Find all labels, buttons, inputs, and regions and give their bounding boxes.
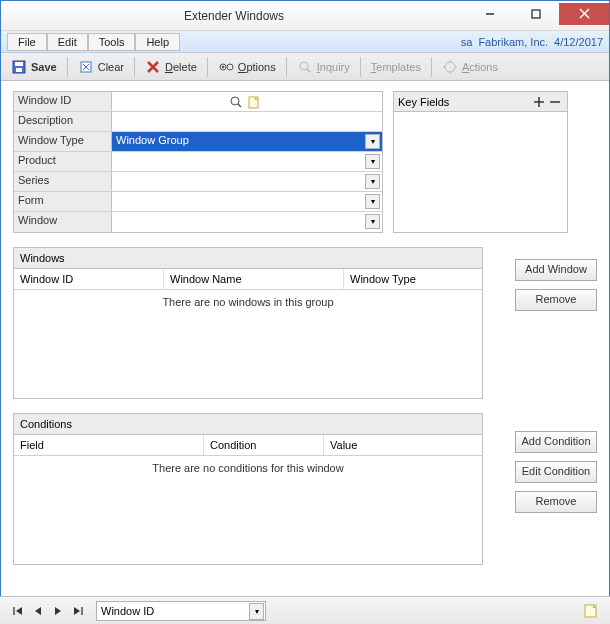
svg-marker-24 <box>74 607 80 615</box>
svg-point-10 <box>227 64 233 70</box>
description-input[interactable] <box>112 112 382 131</box>
menu-file[interactable]: File <box>7 33 47 51</box>
inquiry-icon <box>297 59 313 75</box>
nav-last-button[interactable] <box>70 603 86 619</box>
svg-rect-6 <box>16 68 22 72</box>
inquiry-label: Inquiry <box>317 61 350 73</box>
col-window-type[interactable]: Window Type <box>344 269 482 289</box>
windows-grid-empty: There are no windows in this group <box>14 290 482 398</box>
description-label: Description <box>14 112 112 131</box>
svg-line-15 <box>238 104 241 107</box>
conditions-grid-header: Field Condition Value <box>14 435 482 456</box>
window-id-input[interactable] <box>112 92 230 111</box>
status-company[interactable]: Fabrikam, Inc. <box>478 36 548 48</box>
add-condition-button[interactable]: Add Condition <box>515 431 597 453</box>
nav-sort-select[interactable]: Window ID ▾ <box>96 601 266 621</box>
options-label: Options <box>238 61 276 73</box>
nav-first-button[interactable] <box>10 603 26 619</box>
clear-label: Clear <box>98 61 124 73</box>
status-area: sa Fabrikam, Inc. 4/12/2017 <box>461 36 603 48</box>
chevron-down-icon[interactable]: ▾ <box>365 194 380 209</box>
chevron-down-icon[interactable]: ▾ <box>365 214 380 229</box>
menubar: File Edit Tools Help sa Fabrikam, Inc. 4… <box>1 31 609 53</box>
svg-marker-22 <box>35 607 41 615</box>
titlebar: Extender Windows <box>1 1 609 31</box>
nav-sort-value: Window ID <box>101 605 154 617</box>
menu-help[interactable]: Help <box>135 33 180 51</box>
close-button[interactable] <box>559 3 609 25</box>
templates-button[interactable]: Templates <box>365 59 427 75</box>
save-icon <box>11 59 27 75</box>
form-select[interactable] <box>112 192 382 211</box>
keyfields-panel: Key Fields <box>393 91 568 233</box>
chevron-down-icon[interactable]: ▾ <box>249 603 264 620</box>
new-record-icon[interactable] <box>246 94 262 110</box>
window-select[interactable] <box>112 212 382 232</box>
col-condition[interactable]: Condition <box>204 435 324 455</box>
conditions-panel: Conditions Field Condition Value There a… <box>13 413 483 565</box>
note-icon[interactable] <box>582 602 600 620</box>
delete-label: Delete <box>165 61 197 73</box>
keyfields-list[interactable] <box>394 112 567 230</box>
nav-next-button[interactable] <box>50 603 66 619</box>
svg-marker-21 <box>16 607 22 615</box>
col-window-name[interactable]: Window Name <box>164 269 344 289</box>
delete-icon <box>145 59 161 75</box>
col-value[interactable]: Value <box>324 435 482 455</box>
remove-window-button[interactable]: Remove <box>515 289 597 311</box>
delete-button[interactable]: Delete <box>139 57 203 77</box>
remove-condition-button[interactable]: Remove <box>515 491 597 513</box>
window-field-label: Window <box>14 212 112 232</box>
add-window-button[interactable]: Add Window <box>515 259 597 281</box>
save-label: Save <box>31 61 57 73</box>
col-window-id[interactable]: Window ID <box>14 269 164 289</box>
actions-button[interactable]: Actions <box>436 57 504 77</box>
chevron-down-icon[interactable]: ▾ <box>365 154 380 169</box>
inquiry-button[interactable]: Inquiry <box>291 57 356 77</box>
clear-button[interactable]: Clear <box>72 57 130 77</box>
svg-point-9 <box>222 65 225 68</box>
svg-point-13 <box>445 62 455 72</box>
nav-prev-button[interactable] <box>30 603 46 619</box>
menu-edit[interactable]: Edit <box>47 33 88 51</box>
conditions-panel-header: Conditions <box>14 414 482 435</box>
svg-point-14 <box>231 97 239 105</box>
svg-rect-1 <box>532 10 540 18</box>
conditions-grid-empty: There are no conditions for this window <box>14 456 482 564</box>
actions-label: Actions <box>462 61 498 73</box>
keyfields-label: Key Fields <box>398 96 449 108</box>
options-icon <box>218 59 234 75</box>
series-label: Series <box>14 172 112 191</box>
product-select[interactable] <box>112 152 382 171</box>
minimize-button[interactable] <box>467 3 513 25</box>
status-date[interactable]: 4/12/2017 <box>554 36 603 48</box>
windows-panel: Windows Window ID Window Name Window Typ… <box>13 247 483 399</box>
clear-icon <box>78 59 94 75</box>
conditions-side-buttons: Add Condition Edit Condition Remove <box>515 431 597 513</box>
product-label: Product <box>14 152 112 171</box>
edit-condition-button[interactable]: Edit Condition <box>515 461 597 483</box>
svg-rect-5 <box>15 62 23 66</box>
window-type-select[interactable]: Window Group <box>112 132 382 151</box>
window-title: Extender Windows <box>1 9 467 23</box>
options-button[interactable]: Options <box>212 57 282 77</box>
add-keyfield-button[interactable] <box>531 94 547 110</box>
remove-keyfield-button[interactable] <box>547 94 563 110</box>
svg-marker-23 <box>55 607 61 615</box>
col-field[interactable]: Field <box>14 435 204 455</box>
window-type-label: Window Type <box>14 132 112 151</box>
svg-line-12 <box>307 69 310 72</box>
windows-panel-header: Windows <box>14 248 482 269</box>
maximize-button[interactable] <box>513 3 559 25</box>
series-select[interactable] <box>112 172 382 191</box>
menu-tools[interactable]: Tools <box>88 33 136 51</box>
templates-label: Templates <box>371 61 421 73</box>
status-user[interactable]: sa <box>461 36 473 48</box>
chevron-down-icon[interactable]: ▾ <box>365 174 380 189</box>
windows-grid-header: Window ID Window Name Window Type <box>14 269 482 290</box>
window-id-label: Window ID <box>14 92 112 111</box>
toolbar: Save Clear Delete Options Inquiry Templa… <box>1 53 609 81</box>
save-button[interactable]: Save <box>5 57 63 77</box>
chevron-down-icon[interactable]: ▾ <box>365 134 380 149</box>
lookup-icon[interactable] <box>228 94 244 110</box>
